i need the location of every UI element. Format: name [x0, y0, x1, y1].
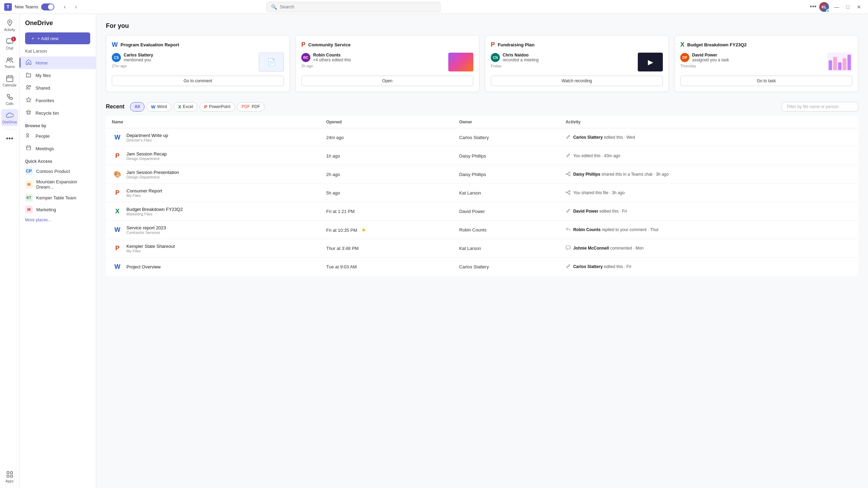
add-new-button[interactable]: ＋ + Add new: [25, 32, 90, 44]
activity-text: Daisy Phillips shared this in a Teams ch…: [573, 172, 669, 177]
file-name-cell: W Project Overview: [106, 258, 321, 276]
people-icon: [25, 132, 32, 139]
shared-icon: [25, 84, 32, 91]
foryou-section: For you W Program Evaluation Report CS: [106, 22, 858, 92]
more-icon: •••: [6, 134, 14, 143]
filter-tab-word[interactable]: W Word: [147, 102, 172, 112]
go-to-task-button[interactable]: Go to task: [680, 76, 852, 86]
carlos-action: mentioned you: [124, 58, 153, 62]
rail-item-onedrive[interactable]: OneDrive: [1, 109, 18, 126]
filter-tab-pdf[interactable]: PDF PDF: [237, 102, 265, 112]
file-opened-cell: Thur at 3:48 PM: [320, 239, 454, 258]
watch-recording-button[interactable]: Watch recording: [491, 76, 663, 86]
rail-item-teams[interactable]: Teams: [1, 54, 18, 71]
sidebar-myfiles-label: My files: [36, 73, 51, 78]
sidebar-item-myfiles[interactable]: My files: [20, 69, 96, 82]
quick-item-mountain[interactable]: M Mountain Expansion Dream...: [20, 177, 96, 192]
sidebar-item-shared[interactable]: Shared: [20, 82, 96, 94]
card-fundraising: P Fundraising Plan CN Chris Naidoo recor…: [485, 35, 669, 92]
col-name: Name: [106, 116, 321, 128]
ppt-filter-icon: P: [204, 104, 207, 109]
file-name-info: Jam Session Recap Design Department: [126, 151, 167, 161]
card-thumb2: [448, 53, 473, 71]
file-activity-cell: Johnie McConnell commented · Mon: [560, 239, 858, 258]
card-thumb1: 📄: [259, 53, 284, 71]
file-type-icon: 🎨: [112, 169, 123, 180]
table-row[interactable]: W Department Write up Director's Files 2…: [106, 128, 858, 147]
file-opened-cell: Tue at 9:03 AM: [320, 258, 454, 276]
back-button[interactable]: ‹: [60, 2, 70, 12]
sidebar-item-recycle[interactable]: Recycle bin: [20, 107, 96, 119]
forward-button[interactable]: ›: [71, 2, 81, 12]
rail-chat-label: Chat: [6, 46, 13, 50]
rail-item-activity[interactable]: Activity: [1, 17, 18, 34]
table-row[interactable]: P Jam Session Recap Design Department 1h…: [106, 147, 858, 165]
svg-rect-7: [7, 475, 9, 477]
table-row[interactable]: 🎨 Jam Session Presentation Design Depart…: [106, 165, 858, 184]
new-teams-toggle[interactable]: [41, 3, 54, 10]
rail-item-chat[interactable]: 1 Chat: [1, 35, 18, 52]
table-row[interactable]: P Consumer Report My Files 5h ago Kat La…: [106, 184, 858, 202]
file-name-text: Department Write up: [126, 133, 168, 138]
sidebar-home-label: Home: [36, 60, 48, 66]
favorites-icon: [25, 97, 32, 104]
card-budget-title: X Budget Breakdown FY23Q2: [680, 41, 852, 48]
table-row[interactable]: X Budget Breakdown FY23Q2 Marketing File…: [106, 202, 858, 221]
rail-item-calls[interactable]: Calls: [1, 91, 18, 108]
svg-point-15: [569, 175, 570, 176]
filter-input[interactable]: [782, 102, 858, 112]
quick-mountain-label: Mountain Expansion Dream...: [36, 179, 90, 190]
owner-name: Daisy Phillips: [459, 172, 486, 177]
search-bar[interactable]: 🔍: [266, 2, 441, 12]
file-type-icon: P: [112, 243, 123, 254]
table-row[interactable]: W Project Overview Tue at 9:03 AM Carlos…: [106, 258, 858, 276]
plus-icon: ＋: [31, 35, 35, 41]
filter-tab-ppt[interactable]: P PowerPoint: [200, 102, 235, 112]
file-name-cell: P Consumer Report My Files: [106, 184, 321, 202]
recycle-icon: [25, 109, 32, 116]
rail-item-more[interactable]: •••: [1, 132, 18, 145]
more-places-link[interactable]: More places...: [20, 215, 96, 224]
quick-item-kemper[interactable]: KT Kemper Table Team: [20, 192, 96, 204]
card-community-info: RC Robin Counts +4 others edited this 2h…: [301, 53, 445, 68]
marketing-icon: M: [25, 206, 33, 213]
svg-point-17: [566, 192, 567, 193]
sidebar-recycle-label: Recycle bin: [36, 110, 59, 116]
avatar[interactable]: KL: [819, 2, 829, 12]
open-button[interactable]: Open: [301, 76, 473, 86]
activity-text: Johnie McConnell commented · Mon: [573, 246, 644, 251]
file-type-icon: P: [112, 150, 123, 161]
card-fundraising-body: CN Chris Naidoo recorded a meeting Frida…: [491, 53, 663, 71]
minimize-button[interactable]: —: [832, 2, 842, 12]
sidebar-item-people[interactable]: People: [20, 130, 96, 142]
rail-item-calendar[interactable]: Calendar: [1, 72, 18, 89]
go-to-comment-button[interactable]: Go to comment: [112, 76, 284, 86]
quick-item-marketing[interactable]: M Marketing: [20, 204, 96, 215]
file-activity-cell: You edited this · 43m ago: [560, 147, 858, 165]
sidebar-item-favorites[interactable]: Favorites: [20, 94, 96, 107]
svg-rect-19: [566, 246, 570, 249]
activity-text: Robin Counts replied to your comment · T…: [573, 227, 659, 232]
svg-point-13: [569, 172, 570, 173]
more-options-icon[interactable]: •••: [810, 3, 816, 10]
sidebar-item-meetings[interactable]: Meetings: [20, 142, 96, 155]
table-row[interactable]: P Kempler State Shareout My Files Thur a…: [106, 239, 858, 258]
sidebar-favorites-label: Favorites: [36, 98, 54, 103]
close-button[interactable]: ✕: [854, 2, 864, 12]
quick-item-contoso[interactable]: CP Contoso Product: [20, 165, 96, 177]
maximize-button[interactable]: □: [843, 2, 853, 12]
svg-rect-12: [26, 146, 31, 150]
search-input[interactable]: [280, 4, 436, 9]
activity-type-icon: [566, 171, 571, 177]
table-row[interactable]: W Service report 2023 Contractor Service…: [106, 221, 858, 239]
sidebar-item-home[interactable]: Home: [20, 56, 96, 69]
file-type-icon: W: [112, 261, 123, 272]
svg-point-18: [569, 193, 570, 195]
excel-icon-card4: X: [680, 41, 684, 48]
file-name-info: Jam Session Presentation Design Departme…: [126, 170, 179, 179]
filter-tab-excel[interactable]: X Excel: [173, 102, 197, 112]
svg-rect-8: [10, 475, 13, 477]
svg-rect-6: [10, 472, 13, 474]
rail-item-apps[interactable]: Apps: [1, 468, 18, 485]
filter-tab-all[interactable]: All: [130, 102, 144, 112]
